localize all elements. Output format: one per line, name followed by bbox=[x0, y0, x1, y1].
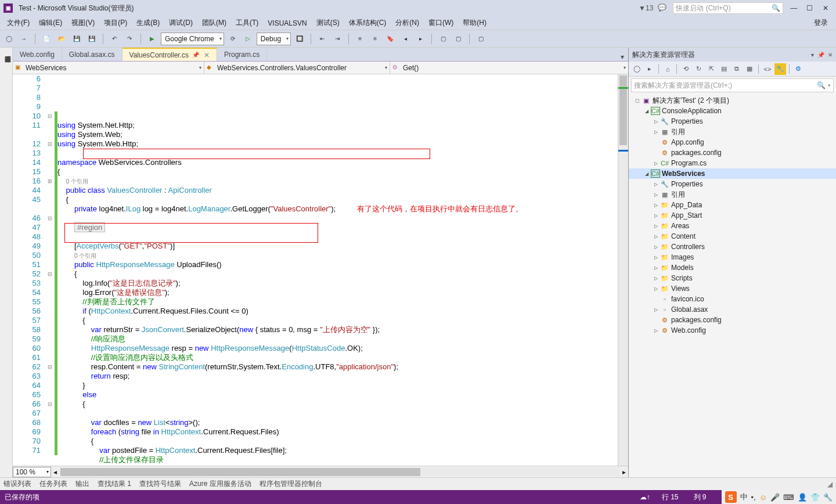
config-dropdown[interactable]: Debug bbox=[257, 33, 291, 45]
hscroll-thumb[interactable] bbox=[60, 468, 420, 476]
menu-test[interactable]: 测试(S) bbox=[312, 18, 344, 28]
tab-global[interactable]: Global.asax.cs bbox=[62, 48, 122, 61]
nav-member-dropdown[interactable]: ⊙Get() bbox=[390, 62, 628, 74]
tree-node[interactable]: ▫favicon.ico bbox=[629, 294, 836, 304]
comment-icon[interactable]: ≡ bbox=[354, 33, 366, 45]
tree-node[interactable]: ▷🔧Properties bbox=[629, 116, 836, 127]
nav-class-dropdown[interactable]: ◆WebServices.Controllers.ValuesControlle… bbox=[204, 62, 390, 74]
save-all-icon[interactable]: 💾 bbox=[85, 33, 98, 45]
code-editor[interactable]: 6789101112131415164445464748495051525354… bbox=[13, 74, 628, 466]
se-home-icon[interactable]: ⌂ bbox=[662, 63, 673, 75]
bottom-tab-pkgmgr[interactable]: 程序包管理器控制台 bbox=[260, 479, 322, 489]
code-content[interactable]: 有了这个代码，在项目执行中就会有日志信息了。 using System.Net.… bbox=[57, 74, 618, 466]
indent-left-icon[interactable]: ⇤ bbox=[316, 33, 329, 45]
hscroll-left-icon[interactable]: ◂ bbox=[51, 468, 59, 476]
tree-node[interactable]: ▷🔧Properties bbox=[629, 179, 836, 189]
vscroll-thumb[interactable] bbox=[619, 75, 627, 145]
resize-grip-icon[interactable]: ◢ bbox=[827, 480, 833, 488]
misc3-icon[interactable]: ▢ bbox=[474, 33, 487, 45]
ime-mic-icon[interactable]: 🎤 bbox=[770, 493, 780, 502]
uncomment-icon[interactable]: ≡ bbox=[369, 33, 381, 45]
undo-icon[interactable]: ↶ bbox=[108, 33, 121, 45]
redo-icon[interactable]: ↷ bbox=[123, 33, 136, 45]
tree-node[interactable]: ▷📁App_Data bbox=[629, 200, 836, 210]
hscroll-right-icon[interactable]: ▸ bbox=[620, 468, 628, 476]
new-project-icon[interactable]: 📄 bbox=[40, 33, 53, 45]
menu-team[interactable]: 团队(M) bbox=[197, 18, 231, 28]
feedback-icon[interactable]: 💬 bbox=[658, 3, 667, 13]
tab-valuescontroller[interactable]: ValuesController.cs📌✕ bbox=[122, 48, 218, 61]
ime-tool-icon[interactable]: 🔧 bbox=[823, 493, 833, 502]
tab-program[interactable]: Program.cs bbox=[217, 48, 267, 61]
menu-window[interactable]: 窗口(W) bbox=[424, 18, 458, 28]
se-sync-icon[interactable]: ⟲ bbox=[680, 63, 691, 75]
bottom-tab-findsym[interactable]: 查找符号结果 bbox=[139, 479, 181, 489]
notification-flag-icon[interactable]: ▼13 bbox=[639, 4, 653, 12]
bottom-tab-output[interactable]: 输出 bbox=[75, 479, 89, 489]
tree-node[interactable]: ▷📁Scripts bbox=[629, 273, 836, 283]
save-icon[interactable]: 💾 bbox=[70, 33, 83, 45]
se-refresh-icon[interactable]: ↻ bbox=[693, 63, 704, 75]
close-panel-icon[interactable]: ✕ bbox=[828, 52, 833, 58]
tree-node[interactable]: ▷📁Images bbox=[629, 252, 836, 262]
menu-debug[interactable]: 调试(D) bbox=[164, 18, 197, 28]
tree-node[interactable]: ▷📁Areas bbox=[629, 221, 836, 231]
prev-bm-icon[interactable]: ◂ bbox=[399, 33, 412, 45]
tree-node[interactable]: ▢▣解决方案'Test' (2 个项目) bbox=[629, 95, 836, 106]
ime-person-icon[interactable]: 👤 bbox=[798, 493, 807, 502]
tree-node[interactable]: ⚙App.config bbox=[629, 137, 836, 147]
ime-logo-icon[interactable]: S bbox=[725, 491, 737, 503]
menu-file[interactable]: 文件(F) bbox=[2, 18, 34, 28]
ime-punct-icon[interactable]: •, bbox=[751, 493, 756, 502]
tree-node[interactable]: ▷⚙Web.config bbox=[629, 325, 836, 336]
tab-overflow-icon[interactable]: ▾ bbox=[617, 53, 628, 61]
ime-shirt-icon[interactable]: 👕 bbox=[810, 493, 820, 502]
browser-target-dropdown[interactable]: Google Chrome bbox=[161, 33, 224, 45]
se-back-icon[interactable]: ◯ bbox=[631, 63, 643, 75]
pin-icon[interactable]: 📌 bbox=[192, 52, 199, 58]
tree-node[interactable]: ◢C#ConsoleApplication bbox=[629, 106, 836, 116]
se-search-dropdown-icon[interactable]: ▾ bbox=[828, 82, 831, 88]
se-copy-icon[interactable]: ⧉ bbox=[731, 63, 743, 75]
se-showall-icon[interactable]: ▤ bbox=[718, 63, 730, 75]
se-fwd-icon[interactable]: ▸ bbox=[644, 63, 655, 75]
bottom-tab-find1[interactable]: 查找结果 1 bbox=[98, 479, 131, 489]
menu-analyze[interactable]: 分析(N) bbox=[391, 18, 424, 28]
close-button[interactable]: ✕ bbox=[819, 4, 833, 12]
nav-back-icon[interactable]: ◯ bbox=[2, 33, 15, 45]
menu-edit[interactable]: 编辑(E) bbox=[34, 18, 67, 28]
tree-node[interactable]: ⚙packages.config bbox=[629, 147, 836, 158]
pin-panel-icon[interactable]: 📌 bbox=[817, 52, 824, 58]
menu-view[interactable]: 视图(V) bbox=[67, 18, 99, 28]
fold-gutter[interactable]: ⊟⊟⊞⊟⊟⊟⊟ bbox=[45, 74, 55, 466]
maximize-button[interactable]: ☐ bbox=[803, 4, 817, 12]
menu-build[interactable]: 生成(B) bbox=[132, 18, 164, 28]
bottom-tab-errors[interactable]: 错误列表 bbox=[3, 479, 31, 489]
wait-icon[interactable]: ⟳ bbox=[226, 33, 239, 45]
se-settings-icon[interactable]: ⚙ bbox=[792, 63, 804, 75]
ime-lang[interactable]: 中 bbox=[740, 492, 748, 502]
status-publish-icon[interactable]: ☁↑ bbox=[640, 493, 650, 501]
menu-tools[interactable]: 工具(T) bbox=[231, 18, 263, 28]
indent-right-icon[interactable]: ⇥ bbox=[331, 33, 344, 45]
menu-help[interactable]: 帮助(H) bbox=[458, 18, 491, 28]
panel-menu-icon[interactable]: ▾ bbox=[811, 52, 814, 58]
se-collapse-icon[interactable]: ⇱ bbox=[705, 63, 717, 75]
horizontal-scrollbar[interactable] bbox=[60, 468, 619, 476]
zoom-select[interactable]: 100 % bbox=[13, 467, 51, 477]
tree-node[interactable]: ▷📁Controllers bbox=[629, 242, 836, 252]
minimize-button[interactable]: ― bbox=[787, 4, 801, 12]
menu-arch[interactable]: 体系结构(C) bbox=[344, 18, 391, 28]
start-icon[interactable]: ▶ bbox=[146, 33, 158, 45]
run-icon[interactable]: ▷ bbox=[242, 33, 254, 45]
tree-node[interactable]: ▷📁Models bbox=[629, 262, 836, 273]
se-preview-icon[interactable]: 🔧 bbox=[774, 63, 786, 75]
tab-webconfig[interactable]: Web.config bbox=[13, 48, 62, 61]
quick-launch-input[interactable]: 快速启动 (Ctrl+Q) 🔍 bbox=[673, 2, 783, 14]
solution-explorer-search[interactable]: 搜索解决方案资源管理器(Ctrl+;) 🔍 ▾ bbox=[631, 78, 834, 92]
ime-face-icon[interactable]: ☺ bbox=[759, 493, 767, 502]
tree-node[interactable]: ▷C#Program.cs bbox=[629, 158, 836, 168]
menu-project[interactable]: 项目(P) bbox=[99, 18, 132, 28]
tree-node[interactable]: ▷▦引用 bbox=[629, 189, 836, 200]
solution-tree[interactable]: ▢▣解决方案'Test' (2 个项目)◢C#ConsoleApplicatio… bbox=[629, 94, 836, 477]
